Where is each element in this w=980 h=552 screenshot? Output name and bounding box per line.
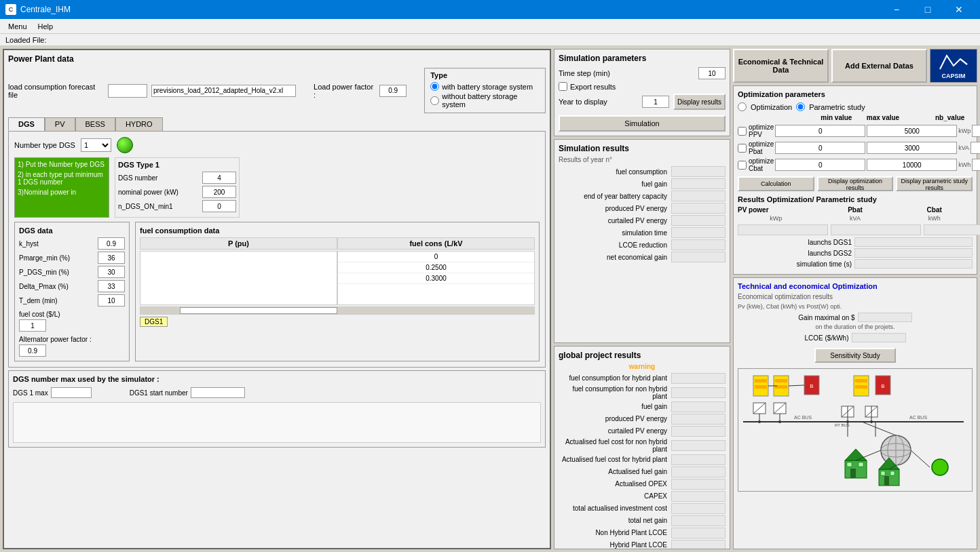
sim-result-row-5: simulation time	[559, 227, 725, 238]
pmarge-min-input[interactable]	[98, 252, 125, 264]
opt-pbat-min[interactable]	[775, 142, 865, 154]
calculation-button[interactable]: Calculation	[738, 176, 814, 191]
app-icon: C	[5, 4, 16, 15]
timestep-input[interactable]	[698, 67, 725, 79]
global-result-value-1	[671, 387, 725, 398]
file-path-input[interactable]: previsions_load_2012_adapted_Hola_v2.xl	[151, 85, 296, 97]
tab-pv[interactable]: PV	[45, 117, 75, 131]
opt-title: Optimization parameters	[738, 90, 973, 98]
sim-time-value	[854, 259, 973, 269]
capsim-logo-svg	[937, 52, 970, 73]
export-results-label: Export results	[570, 83, 616, 91]
radio-with-battery-input[interactable]	[430, 82, 439, 91]
opt-ppv-nb[interactable]	[972, 125, 980, 137]
opt-ppv-max[interactable]	[867, 125, 957, 137]
maximize-button[interactable]: □	[912, 0, 943, 19]
svg-line-9	[789, 385, 804, 386]
fuel-cost-input[interactable]	[19, 319, 46, 332]
number-type-dgs-select[interactable]: 123	[81, 138, 111, 152]
dgs-number-row: DGS number	[118, 172, 236, 184]
alt-factor-input[interactable]	[19, 344, 46, 357]
add-external-data-button[interactable]: Add External Datas	[831, 49, 927, 83]
dgs1-launches-value	[854, 237, 973, 247]
dgs1-start-input[interactable]	[191, 387, 245, 398]
sim-result-value-0	[671, 166, 725, 177]
sim-result-label-3: produced PV energy	[559, 205, 667, 212]
global-result-value-3	[671, 414, 725, 425]
sim-result-value-3	[671, 203, 725, 214]
opt-cbat-min[interactable]	[775, 159, 865, 171]
warning-badge: warning	[559, 363, 725, 370]
dgs-on-min-input[interactable]	[202, 200, 236, 212]
fuel-col2-header: fuel cons (L/kV	[337, 237, 535, 250]
menu-help[interactable]: Help	[33, 21, 59, 32]
svg-rect-41	[850, 469, 856, 478]
global-result-value-2	[671, 401, 725, 412]
k-hyst-input[interactable]	[98, 237, 125, 250]
dgs1-max-input[interactable]	[51, 387, 92, 398]
close-button[interactable]: ✕	[943, 0, 975, 19]
global-result-value-9	[671, 491, 725, 502]
dgs-nominal-power-input[interactable]	[202, 186, 236, 198]
year-input[interactable]	[642, 96, 669, 108]
dgs1-start-container: DGS1 start number	[130, 387, 245, 398]
parametric-radio[interactable]	[796, 102, 805, 111]
year-label: Year to display	[559, 98, 638, 106]
display-opt-button[interactable]: Display optimization results	[817, 176, 894, 191]
dgs2-launches-label: launchs DGS2	[738, 250, 852, 257]
tab-hydro[interactable]: HYDRO	[115, 117, 163, 131]
tab-dgs[interactable]: DGS	[8, 117, 45, 131]
opt-pbat-max[interactable]	[867, 142, 957, 154]
t-dem-input[interactable]	[98, 294, 125, 307]
minimize-button[interactable]: −	[881, 0, 912, 19]
opt-cbat-nb[interactable]	[972, 159, 980, 171]
global-result-row-4: curtailed PV energy	[559, 426, 725, 437]
opt-ppv-checkbox[interactable]	[738, 127, 747, 136]
dgs-number-input[interactable]	[202, 172, 236, 184]
load-factor-input[interactable]: 0.9	[379, 85, 407, 97]
circuit-diagram: B	[738, 368, 973, 492]
export-results-row: Export results	[559, 82, 725, 91]
global-result-row-3: produced PV energy	[559, 414, 725, 425]
menu-menu[interactable]: Menu	[3, 21, 33, 32]
sim-params-title: Simulation parameters	[559, 54, 725, 63]
global-result-value-7	[671, 467, 725, 477]
tab-bess[interactable]: BESS	[75, 117, 115, 131]
opt-cbat-checkbox[interactable]	[738, 161, 747, 170]
radio-without-battery-input[interactable]	[430, 96, 439, 105]
p-dgs-min-input[interactable]	[98, 266, 125, 278]
svg-point-50	[932, 459, 948, 475]
export-results-checkbox[interactable]	[559, 82, 567, 91]
display-param-button[interactable]: Display parametric study results	[896, 176, 973, 191]
opt-pbat-checkbox[interactable]	[738, 144, 747, 153]
global-results-title: global project results	[559, 351, 725, 360]
global-result-label-11: total net gain	[559, 517, 667, 524]
t-dem-row: T_dem (min)	[19, 294, 125, 307]
sensitivity-study-button[interactable]: Sensitivity Study	[814, 348, 896, 363]
lcoe-label: LCOE ($/kWh)	[804, 334, 848, 342]
global-result-row-11: total net gain	[559, 515, 725, 526]
opt-pbat-nb[interactable]	[970, 142, 980, 154]
results-cbat-unit: kWh	[896, 215, 973, 222]
results-opt-header-row: PV power Pbat Cbat	[738, 206, 973, 214]
simulation-button[interactable]: Simulation	[559, 115, 725, 132]
opt-ppv-min[interactable]	[775, 125, 865, 137]
delta-pmax-input[interactable]	[98, 280, 125, 292]
sim-result-value-4	[671, 215, 725, 226]
simulation-params-panel: Simulation parameters Time step (min) Ex…	[554, 49, 730, 136]
results-opt-units-row: kWp kVA kWh	[738, 215, 973, 222]
horizontal-scrollbar[interactable]	[140, 307, 535, 315]
results-pbat-value	[831, 224, 921, 235]
circuit-svg: B	[738, 369, 972, 491]
gain-sub: on the duration of the projets.	[738, 323, 973, 330]
global-result-label-3: produced PV energy	[559, 415, 667, 422]
tech-pv-note: Pv (kWe), Cbat (kWh) vs Post(W) opti.	[738, 303, 973, 310]
browse-button[interactable]	[108, 84, 147, 98]
fuel-cons-title: fuel consumption data	[140, 226, 535, 235]
optimization-radio[interactable]	[738, 102, 747, 111]
display-results-button[interactable]: Display results	[673, 94, 725, 110]
sim-result-row-0: fuel consumption	[559, 166, 725, 177]
bottom-display-area	[13, 402, 541, 443]
eco-tech-data-button[interactable]: Economical & Technical Data	[733, 49, 829, 83]
opt-cbat-max[interactable]	[867, 159, 957, 171]
